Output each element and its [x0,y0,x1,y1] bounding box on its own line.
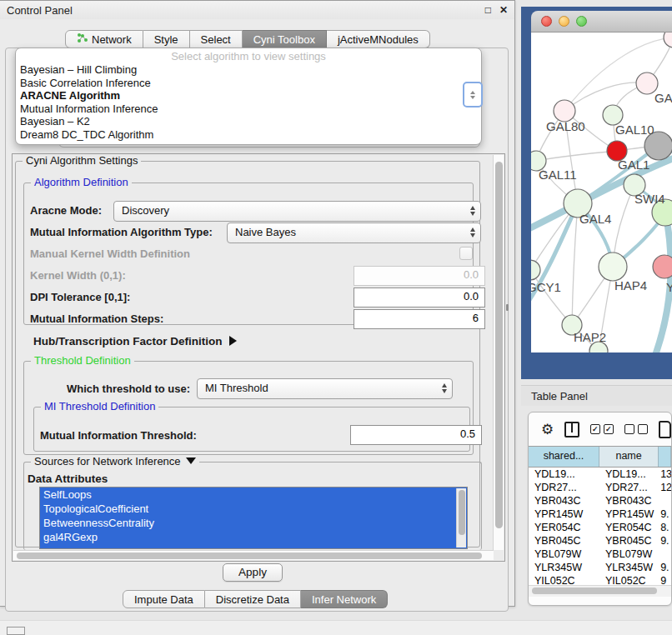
mi-threshold-label: Mutual Information Threshold: [40,429,197,442]
data-attribute-item[interactable]: SelfLoops [40,488,467,502]
table-cell: YIL052C [529,574,599,585]
algorithm-option-bayesian-hill-climbing[interactable]: Bayesian – Hill Climbing [16,63,481,77]
minimize-traffic-icon[interactable] [559,16,569,27]
table-row[interactable]: YER054CYER054C8. [529,521,671,534]
algorithm-combo-stepper[interactable] [463,82,483,108]
hub-definition-toggle[interactable]: Hub/Transcription Factor Definition [33,335,237,348]
horizontal-scrollbar-thumb[interactable] [17,552,482,559]
horizontal-scrollbar[interactable] [13,550,494,560]
table-row[interactable]: YDL19...YDL19...13 [529,468,671,481]
table-cell: YIL052C [599,574,659,585]
tab-network[interactable]: Network [65,30,143,48]
deselect-all-checkboxes-icon[interactable] [624,424,648,434]
table-horizontal-scrollbar[interactable] [529,585,671,597]
manual-kernel-checkbox[interactable] [459,247,473,260]
which-threshold-combo[interactable]: MI Threshold [197,378,453,399]
minimized-panel-chip[interactable] [7,627,25,635]
table-cell: YBL079W [529,548,599,561]
close-traffic-icon[interactable] [541,16,552,27]
table-row[interactable]: YBR043CYBR043C [529,494,671,508]
apply-button[interactable]: Apply [223,563,283,582]
gear-icon[interactable]: ⚙ [541,422,554,437]
desktop-bottom-band [0,620,672,635]
vertical-scrollbar[interactable] [493,155,504,550]
tab-label: Impute Data [134,593,193,606]
zoom-traffic-icon[interactable] [576,16,587,27]
table-cell: 8. [659,521,671,534]
network-node-y[interactable] [653,255,672,278]
data-attribute-item[interactable]: gal4RGexp [40,530,467,544]
vertical-scrollbar-thumb[interactable] [495,162,503,528]
network-node-gcy1[interactable] [531,260,540,280]
network-icon [77,32,88,46]
algorithm-option-basic-correlation-inference[interactable]: Basic Correlation Inference [16,77,481,90]
select-all-checkboxes-icon[interactable]: ✓✓ [590,424,614,434]
table-row[interactable]: YIL052CYIL052C9 [529,574,671,585]
column-header-shared-[interactable]: shared... [529,447,599,467]
tab-style[interactable]: Style [143,30,190,48]
data-attribute-item[interactable]: BetweennessCentrality [40,516,467,530]
table-cell: YDL19... [599,468,659,481]
algorithm-option-mutual-information-inference[interactable]: Mutual Information Inference [16,102,481,116]
tab-select[interactable]: Select [190,30,243,48]
table-row[interactable]: YBL079WYBL079W [529,548,671,561]
columns-icon[interactable] [564,422,579,438]
node-label: Y [666,280,672,294]
network-node-hap4[interactable] [599,252,627,281]
network-edge [572,203,578,325]
table-cell: YLR345W [529,561,599,574]
network-canvas[interactable]: GALGAL80GAL10GAL1GAL11SWI4GAL4GCY1HAP4YH… [531,32,672,352]
data-attribute-item[interactable]: TopologicalCoefficient [40,502,467,516]
node-label: GAL [654,91,672,105]
attributes-scrollbar-thumb[interactable] [459,490,465,535]
network-window-titlebar [531,11,672,32]
attributes-scrollbar[interactable] [456,488,466,548]
float-window-icon[interactable]: □ [485,5,491,15]
tab-infer-network[interactable]: Infer Network [301,590,388,608]
mi-type-value: Naive Bayes [235,226,296,238]
close-window-icon[interactable]: ✕ [499,5,508,15]
splitter-handle[interactable] [506,304,509,311]
tab-discretize-data[interactable]: Discretize Data [205,590,301,608]
column-header-clipped[interactable] [659,447,671,467]
table-cell [659,548,671,561]
algorithm-option-dream8-dc-tdc-algorithm[interactable]: Dream8 DC_TDC Algorithm [16,128,481,142]
threshold-group-title: Threshold Definition [31,354,134,367]
algorithm-option-bayesian-k2[interactable]: Bayesian – K2 [16,115,481,128]
table-hscroll-thumb[interactable] [532,588,657,594]
column-header-name[interactable]: name [599,447,659,467]
algorithm-prompt: Select algorithm to view settings [16,50,481,63]
control-panel-tabs: NetworkStyleSelectCyni ToolboxjActiveMNo… [65,30,430,48]
tab-impute-data[interactable]: Impute Data [123,590,205,608]
mi-threshold-field[interactable]: 0.5 [350,425,482,445]
tab-label: Network [92,33,132,46]
mi-type-combo[interactable]: Naive Bayes [227,222,481,243]
aracne-mode-label: Aracne Mode: [30,204,102,217]
sources-group-title[interactable]: Sources for Network Inference [31,455,199,468]
algorithm-option-aracne-algorithm[interactable]: ARACNE Algorithm [16,89,481,102]
which-threshold-value: MI Threshold [205,382,268,394]
table-row[interactable]: YLR345WYLR345W9. [529,561,671,574]
tab-cyni-toolbox[interactable]: Cyni Toolbox [243,30,327,48]
table-cell: YLR345W [599,561,659,574]
node-label: GAL1 [618,158,649,172]
table-cell: YBR043C [599,494,659,508]
aracne-mode-combo[interactable]: Discovery [113,201,481,222]
data-attributes-list[interactable]: SelfLoopsTopologicalCoefficientBetweenne… [39,487,468,549]
table-row[interactable]: YPR145WYPR145W9. [529,508,671,521]
control-panel-titlebar: Control Panel □ ✕ [0,1,514,19]
network-node[interactable] [664,32,672,48]
dpi-tolerance-label: DPI Tolerance [0,1]: [30,291,130,303]
aracne-mode-value: Discovery [122,204,169,217]
control-panel-title: Control Panel [7,4,73,17]
kernel-width-field[interactable]: 0.0 [354,266,485,286]
mi-steps-field[interactable]: 6 [354,309,485,329]
tab-jactivemnodules[interactable]: jActiveMNodules [327,30,430,48]
node-label: GAL10 [615,122,654,137]
dpi-tolerance-field[interactable]: 0.0 [354,288,485,308]
export-table-icon[interactable] [659,421,671,438]
table-row[interactable]: YDR27...YDR27...12 [529,481,671,494]
table-row[interactable]: YBR045CYBR045C9. [529,534,671,548]
node-label: GCY1 [531,280,561,294]
combo-stepper-icon [470,228,475,238]
